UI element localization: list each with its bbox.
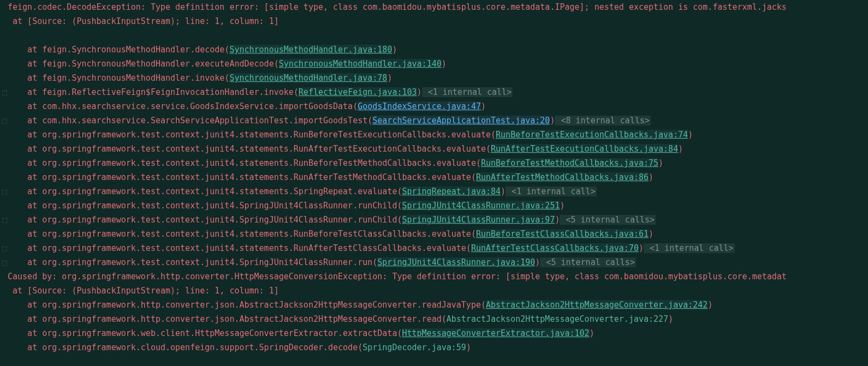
paren-close: ): [708, 300, 712, 310]
internal-calls-badge[interactable]: <8 internal calls>: [555, 116, 651, 125]
stack-trace-line: Caused by: org.springframework.http.conv…: [2, 269, 866, 284]
source-link[interactable]: AbstractJackson2HttpMessageConverter.jav…: [486, 300, 708, 310]
stack-trace-line: at org.springframework.test.context.juni…: [2, 227, 866, 241]
stack-trace-line: ⬚ at com.hhx.searchservice.SearchService…: [2, 113, 866, 128]
paren-close: ): [590, 328, 594, 338]
stack-trace-line: at org.springframework.test.context.juni…: [2, 170, 866, 184]
stack-frame-text: at org.springframework.test.context.juni…: [8, 172, 476, 182]
paren-close: ): [387, 73, 392, 83]
stack-frame-text: at org.springframework.test.context.juni…: [8, 130, 496, 140]
internal-calls-badge[interactable]: <1 internal call>: [422, 87, 513, 97]
stack-frame-text: at feign.SynchronousMethodHandler.decode…: [8, 45, 229, 55]
stack-trace-line: at org.springframework.http.converter.js…: [2, 298, 866, 312]
internal-calls-badge[interactable]: <1 internal call>: [506, 187, 597, 196]
source-link[interactable]: HttpMessageConverterExtractor.java:102: [402, 328, 589, 338]
stack-trace-line: at org.springframework.test.context.juni…: [2, 142, 866, 156]
stack-trace-line: at org.springframework.cloud.openfeign.s…: [2, 340, 866, 355]
exception-source: at [Source: (PushbackInputStream); line:…: [8, 16, 279, 26]
source-link: AbstractJackson2HttpMessageConverter.jav…: [447, 314, 668, 324]
blank-line: [8, 31, 13, 40]
stack-trace-line: at org.springframework.http.converter.js…: [2, 312, 866, 326]
source-link[interactable]: SpringJUnit4ClassRunner.java:190: [377, 257, 535, 267]
source-link[interactable]: RunBeforeTestClassCallbacks.java:61: [476, 229, 649, 239]
internal-calls-badge[interactable]: <5 internal calls>: [560, 215, 656, 225]
stack-trace-line: at org.springframework.test.context.juni…: [2, 128, 866, 142]
source-link[interactable]: SpringJUnit4ClassRunner.java:97: [402, 215, 555, 225]
paren-close: ): [501, 187, 506, 196]
stack-frame-text: at feign.ReflectiveFeign$FeignInvocation…: [8, 87, 299, 97]
stack-frame-text: at org.springframework.test.context.juni…: [8, 229, 476, 239]
stack-frame-text: at com.hhx.searchservice.SearchServiceAp…: [8, 116, 372, 125]
stack-frame-text: at org.springframework.test.context.juni…: [8, 257, 377, 267]
caused-by-message: Caused by: org.springframework.http.conv…: [8, 272, 787, 281]
source-link[interactable]: SynchronousMethodHandler.java:180: [229, 45, 392, 55]
paren-close: ): [678, 144, 683, 154]
paren-close: ): [639, 243, 644, 253]
stack-trace-line: ⬚ at org.springframework.test.context.ju…: [2, 184, 866, 199]
caused-by-source: at [Source: (PushbackInputStream); line:…: [8, 286, 279, 296]
paren-close: ): [481, 101, 486, 111]
source-link[interactable]: RunBeforeTestExecutionCallbacks.java:74: [496, 130, 688, 140]
source-link[interactable]: RunBeforeTestMethodCallbacks.java:75: [481, 158, 658, 168]
stack-trace-line: at [Source: (PushbackInputStream); line:…: [2, 14, 866, 28]
paren-close: ): [649, 172, 653, 182]
stack-trace-line: at com.hhx.searchservice.service.GoodsIn…: [2, 99, 866, 113]
stack-trace-line: at feign.SynchronousMethodHandler.decode…: [2, 43, 866, 57]
source-link[interactable]: RunAfterTestExecutionCallbacks.java:84: [491, 144, 678, 154]
paren-close: ): [535, 257, 540, 267]
stack-frame-text: at org.springframework.test.context.juni…: [8, 215, 402, 225]
internal-calls-badge[interactable]: <1 internal call>: [644, 243, 735, 253]
stack-frame-text: at org.springframework.web.client.HttpMe…: [8, 328, 402, 338]
stack-frame-text: at org.springframework.test.context.juni…: [8, 144, 491, 154]
source-link[interactable]: ReflectiveFeign.java:103: [299, 87, 417, 97]
paren-close: ): [649, 229, 653, 239]
exception-message: feign.codec.DecodeException: Type defini…: [8, 2, 787, 12]
stack-trace-line: ⬚ at org.springframework.test.context.ju…: [2, 255, 866, 269]
stack-trace-line: at feign.SynchronousMethodHandler.invoke…: [2, 71, 866, 85]
paren-close: ): [392, 45, 397, 55]
source-link[interactable]: SynchronousMethodHandler.java:78: [229, 73, 387, 83]
paren-close: ): [688, 130, 693, 140]
stack-trace-line: at org.springframework.test.context.juni…: [2, 199, 866, 213]
source-link: SpringDecoder.java:59: [362, 343, 466, 352]
source-link[interactable]: SearchServiceApplicationTest.java:20: [372, 116, 550, 125]
paren-close: ): [417, 87, 422, 97]
stack-trace-line: ⬚ at org.springframework.test.context.ju…: [2, 241, 866, 255]
stack-frame-text: at org.springframework.http.converter.js…: [8, 314, 447, 324]
paren-close: ): [668, 314, 673, 324]
paren-close: ): [658, 158, 663, 168]
internal-calls-badge[interactable]: <5 internal calls>: [540, 257, 636, 267]
stack-trace-line: at org.springframework.test.context.juni…: [2, 156, 866, 170]
stack-trace-line: at org.springframework.web.client.HttpMe…: [2, 326, 866, 340]
stack-trace-line: ⬚ at feign.ReflectiveFeign$FeignInvocati…: [2, 85, 866, 99]
source-link[interactable]: RunAfterTestMethodCallbacks.java:86: [476, 172, 649, 182]
stack-trace-line: at [Source: (PushbackInputStream); line:…: [2, 284, 866, 298]
source-link[interactable]: SpringJUnit4ClassRunner.java:251: [402, 201, 560, 211]
stack-frame-text: at org.springframework.test.context.juni…: [8, 158, 481, 168]
stack-frame-text: at org.springframework.test.context.juni…: [8, 187, 402, 196]
stack-frame-text: at org.springframework.test.context.juni…: [8, 243, 471, 253]
source-link[interactable]: SynchronousMethodHandler.java:140: [279, 59, 442, 69]
source-link[interactable]: RunAfterTestClassCallbacks.java:70: [471, 243, 639, 253]
stack-trace-line: ⬚ at org.springframework.test.context.ju…: [2, 213, 866, 227]
stack-frame-text: at com.hhx.searchservice.service.GoodsIn…: [8, 101, 358, 111]
source-link[interactable]: SpringRepeat.java:84: [402, 187, 501, 196]
console-output: feign.codec.DecodeException: Type defini…: [2, 0, 866, 355]
stack-trace-line: feign.codec.DecodeException: Type defini…: [2, 0, 866, 14]
stack-trace-line: [2, 28, 866, 43]
stack-frame-text: at feign.SynchronousMethodHandler.execut…: [8, 59, 279, 69]
paren-close: ): [466, 343, 471, 352]
source-link[interactable]: GoodsIndexService.java:47: [358, 101, 481, 111]
paren-close: ): [560, 201, 564, 211]
stack-frame-text: at feign.SynchronousMethodHandler.invoke…: [8, 73, 229, 83]
stack-frame-text: at org.springframework.cloud.openfeign.s…: [8, 343, 362, 352]
stack-frame-text: at org.springframework.http.converter.js…: [8, 300, 486, 310]
paren-close: ): [442, 59, 447, 69]
stack-trace-line: at feign.SynchronousMethodHandler.execut…: [2, 57, 866, 71]
stack-frame-text: at org.springframework.test.context.juni…: [8, 201, 402, 211]
